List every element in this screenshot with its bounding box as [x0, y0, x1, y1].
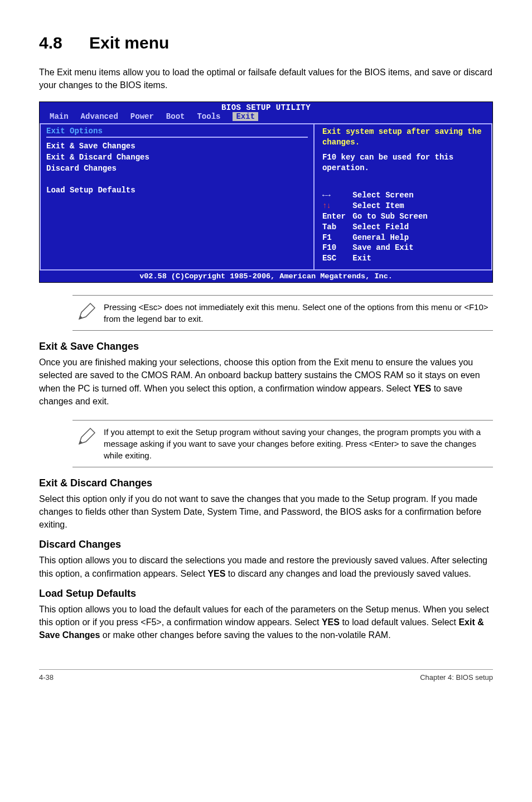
key-tab: Tab [322, 222, 348, 233]
bios-exit-options-label: Exit Options [46, 127, 308, 136]
key-select-item: Select Item [352, 201, 404, 210]
body-load-defaults: This option allows you to load the defau… [39, 603, 493, 642]
chapter-label: Chapter 4: BIOS setup [420, 673, 493, 682]
body-exit-save: Once you are finished making your select… [39, 356, 493, 408]
bios-item-save: Exit & Save Changes [46, 141, 308, 152]
bios-key-legend: Select Screen Select Item Enter Go to Su… [322, 190, 486, 264]
key-f1-label: General Help [352, 233, 409, 242]
page-number: 4-38 [39, 673, 54, 682]
heading-discard: Discard Changes [39, 539, 493, 550]
discard-post: to discard any changes and load the prev… [225, 569, 471, 578]
load-mid: to load default values. Select [340, 617, 458, 627]
bios-title: BIOS SETUP UTILITY [40, 102, 492, 112]
bios-item-load-defaults: Load Setup Defaults [46, 185, 308, 196]
key-select-screen: Select Screen [352, 191, 413, 200]
page-footer: 4-38 Chapter 4: BIOS setup [39, 669, 493, 682]
body-exit-discard: Select this option only if you do not wa… [39, 492, 493, 532]
bios-tab-advanced: Advanced [81, 112, 130, 121]
intro-paragraph: The Exit menu items allow you to load th… [39, 66, 493, 91]
note-unsaved: If you attempt to exit the Setup program… [72, 420, 493, 467]
note-esc: Pressing <Esc> does not immediately exit… [72, 295, 493, 331]
arrows-lr-icon [322, 190, 348, 201]
bios-item-discard: Discard Changes [46, 163, 308, 175]
key-f1: F1 [322, 233, 348, 243]
load-post: or make other changes before saving the … [100, 630, 390, 640]
bios-tab-power: Power [130, 112, 166, 121]
pencil-icon [72, 300, 100, 321]
section-title-text: Exit menu [89, 33, 169, 52]
bios-tab-exit: Exit [233, 112, 258, 121]
pencil-icon [72, 425, 100, 446]
heading-load-defaults: Load Setup Defaults [39, 588, 493, 600]
bios-item-spacer [46, 174, 308, 185]
body-discard: This option allows you to discard the se… [39, 554, 493, 579]
bios-tab-main: Main [50, 112, 81, 121]
note-esc-text: Pressing <Esc> does not immediately exit… [100, 300, 493, 326]
save-yes: YES [413, 384, 431, 393]
page-heading: 4.8Exit menu [39, 33, 493, 52]
bios-help-line1: Exit system setup after saving the chang… [322, 127, 486, 148]
key-esc: ESC [322, 253, 348, 264]
key-esc-label: Exit [352, 254, 371, 263]
key-enter: Enter [322, 211, 348, 222]
heading-exit-save: Exit & Save Changes [39, 341, 493, 352]
bios-screenshot: BIOS SETUP UTILITY Main Advanced Power B… [39, 102, 493, 283]
bios-left-pane: Exit Options Exit & Save Changes Exit & … [40, 124, 315, 270]
bios-help-line2: F10 key can be used for this operation. [322, 152, 486, 173]
bios-tab-boot: Boot [166, 112, 197, 121]
arrows-ud-icon [322, 201, 348, 211]
key-f10-label: Save and Exit [352, 243, 413, 252]
key-tab-label: Select Field [352, 223, 409, 231]
discard-yes: YES [207, 569, 225, 578]
bios-right-pane: Exit system setup after saving the chang… [315, 124, 492, 270]
note-unsaved-text: If you attempt to exit the Setup program… [100, 425, 493, 462]
load-yes: YES [322, 617, 340, 627]
bios-item-discard-exit: Exit & Discard Changes [46, 152, 308, 163]
bios-tab-tools: Tools [197, 112, 233, 121]
key-f10: F10 [322, 243, 348, 253]
heading-exit-discard: Exit & Discard Changes [39, 477, 493, 489]
key-enter-label: Go to Sub Screen [352, 212, 427, 221]
bios-tab-bar: Main Advanced Power Boot Tools Exit [40, 112, 492, 123]
section-number: 4.8 [39, 33, 89, 52]
bios-copyright: v02.58 (C)Copyright 1985-2006, American … [40, 270, 492, 282]
